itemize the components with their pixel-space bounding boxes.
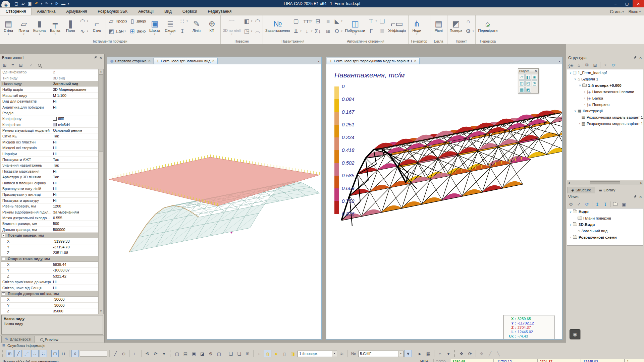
ribbon-button-Паля[interactable]: ❚Паля: [63, 16, 78, 39]
close-button[interactable]: ✕: [633, 0, 644, 7]
load-filter-toggle[interactable]: ▼: [405, 350, 412, 357]
property-row[interactable]: Показати маркуванняНі: [1, 169, 98, 174]
pin-icon[interactable]: [632, 194, 637, 199]
search-icon[interactable]: [36, 62, 42, 68]
plane-a-button[interactable]: ╱: [486, 350, 494, 357]
scroll-down-icon[interactable]: ▼: [99, 309, 103, 314]
ribbon-button-house[interactable]: ⌂: [465, 17, 474, 25]
house-more-dropdown[interactable]: ▾: [445, 350, 452, 357]
tab-Preview[interactable]: Preview: [36, 337, 62, 343]
scroll-left-icon[interactable]: ◀: [568, 182, 570, 184]
property-row[interactable]: X-30000: [1, 297, 98, 302]
magnet-screen-toggle[interactable]: ⊡: [51, 350, 59, 357]
clip-settings-button[interactable]: ⚙: [207, 350, 214, 357]
property-row[interactable]: Тип виду3D вид: [1, 75, 98, 81]
chevron-down-icon[interactable]: ∨: [569, 223, 573, 226]
property-row[interactable]: Y-30000: [1, 303, 98, 308]
ribbon-button-comb[interactable]: ттт▾: [304, 17, 313, 25]
ribbon-button-layers[interactable]: ≡: [325, 17, 331, 25]
tree-item[interactable]: ∨3D-Види: [567, 221, 643, 228]
refresh-icon[interactable]: ⟳: [584, 201, 590, 207]
ribbon-button-doccopy[interactable]: ❏: [379, 17, 385, 25]
ribbon-button-Поверх[interactable]: ◩Поверх: [448, 16, 464, 39]
minimize-button[interactable]: –: [610, 0, 621, 7]
center-point-button[interactable]: ⊙: [120, 350, 127, 357]
tab-Library[interactable]: ≣Library: [596, 187, 619, 193]
tree-item[interactable]: ›Розрахункові схеми: [567, 234, 643, 240]
property-row[interactable]: Межа дзеркальної складо...0.555: [1, 215, 98, 221]
chevron-down-icon[interactable]: ∨: [578, 84, 582, 87]
property-row[interactable]: Рівень перерізу, мм1200: [1, 203, 98, 209]
light-on-button[interactable]: ●: [272, 350, 280, 357]
property-row[interactable]: Колір фонуffffff: [1, 116, 98, 122]
scroll-right-icon[interactable]: ▶: [641, 182, 642, 184]
ribbon-button-Балка[interactable]: ┯Балка▾: [47, 16, 63, 39]
property-row[interactable]: Вид для результатівНі: [1, 99, 98, 104]
close-icon[interactable]: ✕: [639, 56, 642, 60]
export-icon[interactable]: ⧉: [584, 62, 590, 68]
ribbon-button-points[interactable]: ∷▾: [179, 17, 188, 25]
view-tab-general-1[interactable]: 1_Ferm_load.spf:Загальний вид✕: [154, 58, 218, 64]
undo-button[interactable]: ↶: [34, 1, 40, 7]
pin-icon[interactable]: [632, 55, 637, 60]
ribbon-button-Колона[interactable]: ▮Колона▾: [32, 16, 47, 39]
menu-tab-Анотації[interactable]: Анотації: [133, 8, 159, 15]
property-row[interactable]: Дальня границя, мм500000: [1, 227, 98, 233]
property-row[interactable]: Світло прив'язано до камериНі: [1, 279, 98, 285]
ribbon-button-crane[interactable]: Γ: [368, 27, 377, 36]
proj-top-icon[interactable]: ◧: [525, 74, 531, 80]
light-off-button[interactable]: ○: [256, 350, 263, 357]
workplane-toggle[interactable]: ◊: [71, 350, 79, 357]
ribbon-button-Лінія[interactable]: ✎Лінія: [189, 16, 204, 39]
active-floor-dropdown[interactable]: 1-й поверх▾: [298, 351, 337, 357]
tree-item[interactable]: ∨1-й поверх +0.000: [567, 82, 643, 88]
property-row[interactable]: Місцеві осі пластинНі: [1, 139, 98, 145]
ucs-more-dropdown[interactable]: ▾: [160, 350, 168, 357]
maximize-button[interactable]: ▢: [621, 0, 633, 7]
ribbon-button-retain[interactable]: ◣▾: [333, 17, 342, 25]
tree-item[interactable]: ∨❑1_Ferm_load.spf: [567, 69, 643, 76]
menu-tab-Армування[interactable]: Армування: [61, 8, 93, 15]
chevron-down-icon[interactable]: ∨: [573, 109, 577, 113]
ribbon-button-dome[interactable]: ◠: [254, 17, 261, 25]
settings-view-icon[interactable]: ⊟: [18, 62, 24, 68]
ribbon-button-Стіна[interactable]: ▤Стіна▾: [1, 16, 16, 39]
property-row[interactable]: Режим відображення підкл...За умовчанням: [1, 209, 98, 215]
add-model-icon[interactable]: ⊞: [592, 62, 598, 68]
property-row[interactable]: Набір шарів3D Моделирование: [1, 87, 98, 93]
binoculars-icon[interactable]: ⌖: [602, 62, 608, 68]
property-row[interactable]: Аналітика для побудовиНі: [1, 104, 98, 110]
tab-Structure[interactable]: ◈Structure: [568, 187, 595, 193]
property-row[interactable]: Z35000: [1, 308, 98, 314]
tree-item[interactable]: ⌂Загальний вид: [567, 228, 643, 234]
house-icon[interactable]: ⌂: [576, 62, 582, 68]
ribbon-button-truss[interactable]: ◠▾: [79, 17, 88, 25]
ribbon-button-weight[interactable]: Ω▾: [333, 27, 342, 36]
property-section-header[interactable]: Опорна точка виду, мм: [1, 256, 98, 262]
tree-item[interactable]: ∨Види: [567, 208, 643, 215]
clip-dashed-button[interactable]: ▢: [215, 350, 223, 357]
snap-step-input[interactable]: [80, 351, 107, 357]
open-file-button[interactable]: ▱: [20, 1, 26, 7]
ribbon-button-drop[interactable]: ↧: [179, 27, 188, 36]
refresh-icon[interactable]: ⟳: [610, 62, 616, 68]
active-loadcase-dropdown[interactable]: 5.СНІГ▾: [358, 351, 404, 357]
ribbon-button-Побудувати[interactable]: ◫Побудувати▾: [343, 16, 367, 39]
chevron-down-icon[interactable]: ∨: [573, 77, 577, 81]
ribbon-button-sigma[interactable]: Σ↓: [314, 27, 321, 36]
snap-points-toggle[interactable]: ∷: [40, 350, 47, 357]
proj-bottom-icon[interactable]: ▦: [519, 87, 525, 93]
rotate-ucs-y-button[interactable]: ⟳: [152, 350, 159, 357]
ribbon-button-gear[interactable]: ⚙▾: [465, 27, 474, 36]
property-row[interactable]: Ідентифікатор2: [1, 69, 98, 75]
collapse-icon[interactable]: [2, 292, 5, 295]
ribbon-button-Перевірити[interactable]: ⌂✔Перевірити: [476, 16, 499, 39]
scroll-up-icon[interactable]: ▲: [99, 69, 103, 74]
scrollbar-thumb[interactable]: [590, 181, 620, 184]
menu-tab-Аналітика[interactable]: Аналітика: [32, 8, 61, 15]
close-icon[interactable]: ✕: [535, 69, 537, 73]
ribbon-button-hang[interactable]: ⊤▾: [368, 17, 377, 25]
property-row[interactable]: Назва видуЗагальний вид: [1, 81, 98, 87]
close-icon[interactable]: ✕: [100, 56, 102, 60]
proj-back-icon[interactable]: ◫: [519, 80, 525, 86]
